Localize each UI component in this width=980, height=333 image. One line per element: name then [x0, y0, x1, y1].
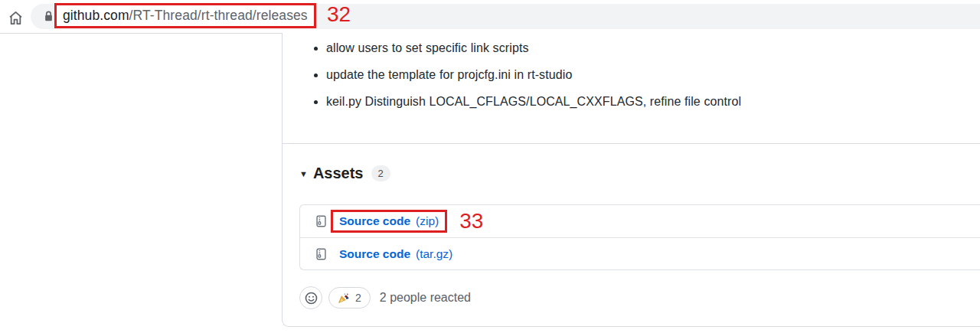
release-body: allow users to set specific link scripts…: [283, 33, 980, 143]
smiley-icon: [305, 292, 318, 305]
asset-row-targz: Source code (tar.gz): [300, 237, 980, 269]
file-zip-icon: [315, 215, 327, 227]
assets-count-badge: 2: [371, 165, 390, 181]
asset-link-name: Source code: [339, 214, 410, 228]
annotation-number-32: 32: [327, 2, 351, 27]
tada-count: 2: [355, 292, 361, 304]
assets-toggle[interactable]: ▼ Assets 2: [299, 163, 390, 184]
assets-heading: Assets: [313, 165, 364, 182]
asset-link-name: Source code: [339, 247, 410, 261]
reaction-summary: 2 people reacted: [380, 291, 471, 305]
release-card: allow users to set specific link scripts…: [282, 33, 980, 327]
file-zip-icon: [315, 248, 327, 260]
tada-icon: [338, 292, 350, 304]
release-note: allow users to set specific link scripts: [326, 39, 980, 57]
caret-down-icon: ▼: [299, 169, 308, 178]
home-button[interactable]: [5, 8, 25, 28]
source-code-targz-link[interactable]: Source code (tar.gz): [339, 247, 452, 261]
release-footer: ▼ Assets 2: [283, 143, 980, 309]
asset-annotation-box-33: Source code (zip): [331, 210, 447, 233]
page-background: allow users to set specific link scripts…: [0, 34, 980, 333]
annotation-number-33: 33: [459, 211, 483, 232]
asset-row-zip: Source code (zip) 33: [300, 205, 980, 237]
lock-icon: [44, 10, 54, 26]
assets-box: Source code (zip) 33: [299, 204, 980, 270]
source-code-zip-link[interactable]: Source code (zip): [339, 214, 439, 228]
browser-toolbar: github.com/RT-Thread/rt-thread/releases …: [0, 0, 980, 34]
asset-link-format: (zip): [416, 214, 439, 228]
home-icon: [7, 9, 24, 27]
url-annotation-box-32: github.com/RT-Thread/rt-thread/releases: [54, 3, 316, 28]
tada-reaction-button[interactable]: 2: [328, 287, 371, 309]
url-domain: github.com: [63, 8, 129, 24]
release-note: update the template for projcfg.ini in r…: [326, 66, 980, 84]
release-note: keil.py Distinguish LOCAL_CFLAGS/LOCAL_C…: [326, 93, 980, 111]
release-notes-list: allow users to set specific link scripts…: [283, 39, 980, 111]
reactions-row: 2 2 people reacted: [299, 286, 980, 309]
address-bar[interactable]: github.com/RT-Thread/rt-thread/releases: [31, 4, 980, 29]
asset-link-format: (tar.gz): [416, 247, 452, 261]
add-reaction-button[interactable]: [299, 286, 322, 309]
url-path: /RT-Thread/rt-thread/releases: [129, 8, 308, 24]
